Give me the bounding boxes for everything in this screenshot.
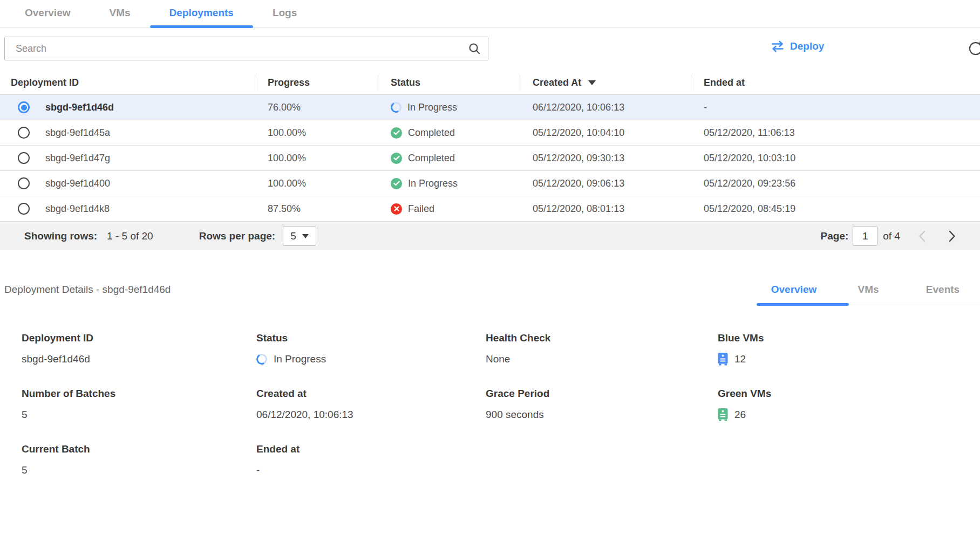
showing-rows-value: 1 - 5 of 20	[107, 230, 153, 242]
detail-field-green-vms: Green VMs 26	[718, 388, 980, 422]
tab-deployments[interactable]: Deployments	[150, 0, 253, 27]
status-label: Failed	[408, 203, 434, 215]
ended-at-value: 05/12/2020, 09:23:56	[691, 178, 980, 189]
swap-arrows-icon	[771, 40, 785, 52]
pagination: Page: of 4	[821, 226, 956, 246]
detail-field-status: Status In Progress	[256, 332, 486, 366]
column-header-created-at[interactable]: Created At	[520, 71, 691, 94]
created-at-value: 05/12/2020, 10:04:10	[520, 127, 691, 139]
previous-page-icon[interactable]	[918, 230, 925, 242]
toolbar: Deploy	[0, 37, 980, 60]
detail-field-grace-period: Grace Period 900 seconds	[486, 388, 718, 422]
page-total-label: of 4	[883, 230, 900, 242]
tab-logs[interactable]: Logs	[253, 0, 316, 27]
chevron-down-icon	[302, 234, 309, 238]
table-row[interactable]: sbgd-9ef1d4k8 87.50% Failed 05/12/2020, …	[0, 196, 980, 221]
created-at-value: 06/12/2020, 10:06:13	[520, 102, 691, 113]
detail-field-current-batch: Current Batch 5	[22, 443, 256, 477]
column-header-ended-at[interactable]: Ended at	[691, 71, 980, 94]
green-vm-icon	[718, 408, 728, 421]
details-title: Deployment Details - sbgd-9ef1d46d	[0, 284, 757, 305]
search-icon[interactable]	[468, 42, 481, 55]
created-at-value: 05/12/2020, 08:01:13	[520, 203, 691, 215]
deployment-id: sbgd-9ef1d47g	[45, 153, 110, 164]
blue-vm-icon	[718, 353, 728, 366]
row-radio-checked[interactable]	[18, 101, 30, 113]
page-label: Page:	[821, 230, 849, 242]
details-header: Deployment Details - sbgd-9ef1d46d Overv…	[0, 284, 980, 305]
progress-value: 87.50%	[255, 203, 378, 215]
spinner-icon	[255, 353, 268, 366]
detail-field-blue-vms: Blue VMs 12	[718, 332, 980, 366]
ended-at-value: 05/12/2020, 11:06:13	[691, 127, 980, 139]
deployment-id: sbgd-9ef1d400	[45, 178, 110, 189]
top-tab-bar: Overview VMs Deployments Logs	[0, 0, 980, 28]
row-radio[interactable]	[18, 177, 30, 189]
detail-value: 06/12/2020, 10:06:13	[256, 409, 353, 421]
row-radio[interactable]	[18, 152, 30, 164]
deploy-button[interactable]: Deploy	[771, 40, 824, 52]
deployment-id: sbgd-9ef1d45a	[45, 127, 110, 139]
rows-per-page-label: Rows per page:	[199, 230, 275, 242]
row-radio[interactable]	[18, 203, 30, 215]
column-header-progress[interactable]: Progress	[255, 71, 378, 94]
table-row[interactable]: sbgd-9ef1d400 100.00% In Progress 05/12/…	[0, 170, 980, 196]
table-footer: Showing rows: 1 - 5 of 20 Rows per page:…	[0, 221, 980, 250]
status-label: Completed	[408, 127, 455, 139]
status-label: In Progress	[407, 102, 457, 113]
tab-overview[interactable]: Overview	[5, 0, 90, 27]
details-tab-bar: Overview VMs Events	[757, 284, 980, 305]
table-row[interactable]: sbgd-9ef1d47g 100.00% Completed 05/12/20…	[0, 145, 980, 170]
check-circle-icon	[391, 153, 402, 164]
created-at-value: 05/12/2020, 09:30:13	[520, 153, 691, 164]
detail-value: None	[486, 353, 510, 365]
detail-field-created-at: Created at 06/12/2020, 10:06:13	[256, 388, 486, 422]
detail-value: 26	[734, 409, 746, 421]
check-circle-icon	[391, 127, 402, 139]
details-tab-overview[interactable]: Overview	[757, 284, 831, 305]
ended-at-value: -	[691, 102, 980, 113]
detail-value: 900 seconds	[486, 409, 544, 421]
details-tab-vms[interactable]: VMs	[831, 284, 906, 305]
progress-value: 76.00%	[255, 102, 378, 113]
detail-value: 5	[22, 464, 28, 476]
table-row[interactable]: sbgd-9ef1d46d 76.00% In Progress 06/12/2…	[0, 94, 980, 120]
details-grid: Deployment ID sbgd-9ef1d46d Status In Pr…	[0, 332, 980, 477]
ended-at-value: 05/12/2020, 08:45:19	[691, 203, 980, 215]
detail-value: In Progress	[274, 353, 326, 365]
showing-rows-label: Showing rows:	[24, 230, 97, 242]
rows-per-page-select[interactable]: 5	[283, 226, 316, 246]
status-label: In Progress	[408, 178, 458, 189]
progress-value: 100.00%	[255, 178, 378, 189]
progress-value: 100.00%	[255, 127, 378, 139]
detail-value: 12	[734, 353, 746, 365]
status-label: Completed	[408, 153, 455, 164]
next-page-icon[interactable]	[949, 230, 956, 242]
deployments-table: Deployment ID Progress Status Created At…	[0, 71, 980, 250]
error-circle-icon	[391, 203, 402, 215]
page-number-input[interactable]	[853, 226, 877, 246]
column-header-deployment-id[interactable]: Deployment ID	[0, 71, 255, 94]
deployment-id: sbgd-9ef1d4k8	[45, 203, 110, 215]
column-header-status[interactable]: Status	[378, 71, 520, 94]
deployment-details-section: Deployment Details - sbgd-9ef1d46d Overv…	[0, 284, 980, 477]
tab-vms[interactable]: VMs	[90, 0, 150, 27]
detail-field-number-of-batches: Number of Batches 5	[22, 388, 256, 422]
deployments-page: Overview VMs Deployments Logs Deploy	[0, 0, 980, 535]
table-row[interactable]: sbgd-9ef1d45a 100.00% Completed 05/12/20…	[0, 120, 980, 145]
deploy-button-label: Deploy	[790, 40, 824, 52]
sort-desc-icon[interactable]	[588, 80, 596, 85]
search-input[interactable]	[5, 37, 468, 60]
search-box	[4, 37, 488, 60]
ended-at-value: 05/12/2020, 10:03:10	[691, 153, 980, 164]
detail-field-ended-at: Ended at -	[256, 443, 486, 477]
detail-value: 5	[22, 409, 28, 421]
created-at-value: 05/12/2020, 09:06:13	[520, 178, 691, 189]
deployment-id: sbgd-9ef1d46d	[45, 102, 114, 113]
details-tab-events[interactable]: Events	[906, 284, 980, 305]
row-radio[interactable]	[18, 127, 30, 139]
rows-per-page-value: 5	[290, 230, 296, 242]
refresh-icon[interactable]	[968, 40, 980, 57]
spinner-icon	[390, 101, 403, 114]
detail-value: -	[256, 464, 260, 476]
